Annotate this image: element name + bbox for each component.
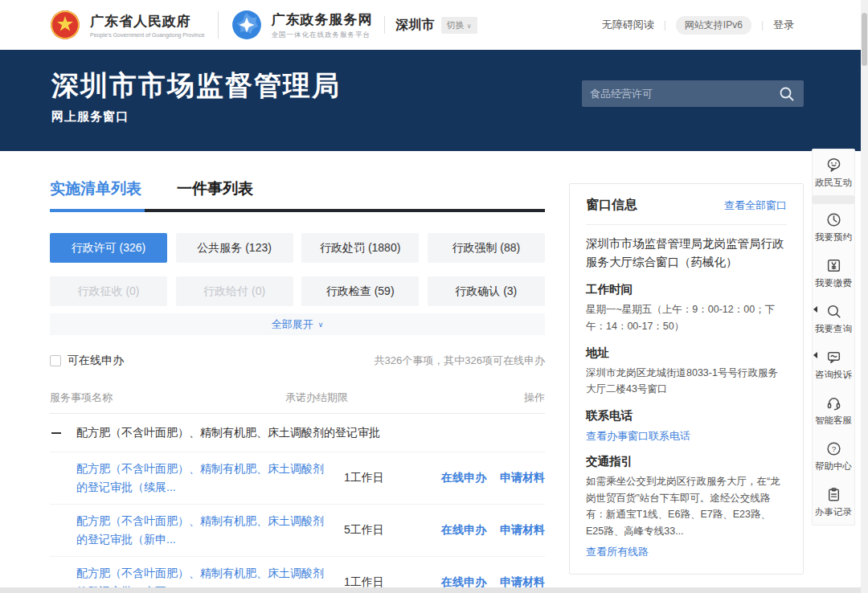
top-bar: 广东省人民政府 People's Government of Guangdong… <box>0 0 868 50</box>
toolbar-label: 政民互动 <box>815 177 852 189</box>
page-subtitle: 网上服务窗口 <box>51 109 804 125</box>
online-filter-row: 可在线申办 共326个事项，其中326项可在线申办 <box>50 354 545 368</box>
apply-online-link[interactable]: 在线申办 <box>441 471 486 485</box>
toolbar-item-smart-service[interactable]: 智能客服 <box>813 387 854 433</box>
left-arrow-marker-icon <box>813 352 817 358</box>
toolbar-label: 智能客服 <box>815 415 852 427</box>
city-switch-label: 切换 <box>447 20 465 30</box>
search-icon[interactable] <box>778 85 796 103</box>
service-logo[interactable]: 广东政务服务网 全国一体化在线政务服务平台 <box>231 10 373 40</box>
pinwheel-icon <box>231 10 262 40</box>
clock-icon <box>825 211 842 228</box>
page: 广东省人民政府 People's Government of Guangdong… <box>0 0 868 593</box>
expand-all-button[interactable]: 全部展开 ∨ <box>50 313 545 335</box>
service-name-link[interactable]: 配方肥（不含叶面肥）、精制有机肥、床土调酸剂的登记审批（新申... <box>76 512 329 549</box>
headset-icon <box>825 395 842 411</box>
category-filters: 行政许可 (326) 公共服务 (123) 行政处罚 (1880) 行政强制 (… <box>50 233 545 306</box>
gov-logo-subtitle: People's Government of Guangdong Provinc… <box>90 32 205 38</box>
sidebar-info: 窗口信息 查看全部窗口 深圳市市场监督管理局龙岗监管局行政服务大厅综合窗口（药械… <box>569 183 804 593</box>
address-label: 地址 <box>586 346 787 361</box>
pay-icon <box>825 257 842 274</box>
chevron-down-icon: ∨ <box>467 22 472 30</box>
view-all-windows-link[interactable]: 查看全部窗口 <box>724 198 787 213</box>
address-value: 深圳市龙岗区龙城街道8033-1号号行政服务大厅二楼43号窗口 <box>586 365 787 398</box>
phone-label: 联系电话 <box>586 408 787 423</box>
help-icon: ? <box>825 440 842 457</box>
toolbar-label: 办事记录 <box>815 506 852 518</box>
service-name-link[interactable]: 配方肥（不含叶面肥）、精制有机肥、床土调酸剂的登记审批（续展... <box>76 460 329 497</box>
service-logo-subtitle: 全国一体化在线政务服务平台 <box>272 31 373 40</box>
toolbar-item-payment[interactable]: 我要缴费 <box>813 250 854 296</box>
filter-xingzheng-jifu: 行政给付 (0) <box>176 276 293 306</box>
left-arrow-marker-icon <box>813 306 817 313</box>
gov-logo[interactable]: 广东省人民政府 People's Government of Guangdong… <box>50 10 205 40</box>
table-row: 配方肥（不含叶面肥）、精制有机肥、床土调酸剂的登记审批（续展... 1工作日 在… <box>50 452 545 505</box>
work-time-value: 星期一~星期五（上午：9：00-12：00；下午：14：00-17：50） <box>586 301 787 334</box>
divider: | <box>761 19 764 31</box>
online-apply-label: 可在线申办 <box>68 354 124 368</box>
filter-xingzheng-jiancha[interactable]: 行政检查 (59) <box>301 276 419 306</box>
login-link[interactable]: 登录 <box>773 18 794 32</box>
search-icon <box>825 303 842 320</box>
toolbar-label: 咨询投诉 <box>815 369 852 381</box>
office-name: 深圳市市场监督管理局龙岗监管局行政服务大厅综合窗口（药械化） <box>586 235 787 272</box>
ipv6-badge: 网站支持IPv6 <box>676 16 751 35</box>
expand-all-label: 全部展开 <box>272 317 313 332</box>
divider <box>812 196 855 203</box>
apply-online-link[interactable]: 在线申办 <box>441 523 486 538</box>
consult-bubble-icon <box>825 349 842 366</box>
col-service-name: 服务事项名称 <box>50 391 113 403</box>
toolbar-label: 帮助中心 <box>815 460 852 472</box>
filter-xingzheng-qiangzhi[interactable]: 行政强制 (88) <box>428 233 545 263</box>
service-deadline: 5工作日 <box>344 523 384 538</box>
application-materials-link[interactable]: 申请材料 <box>500 523 545 538</box>
accessibility-link[interactable]: 无障碍阅读 <box>602 18 654 32</box>
scrollbar-thumb[interactable] <box>862 13 867 66</box>
filter-xingzheng-zhengshou: 行政征收 (0) <box>50 276 167 306</box>
search-box <box>582 80 804 107</box>
toolbar-label: 我要缴费 <box>815 277 852 289</box>
page-scrollbar[interactable] <box>861 0 868 593</box>
divider <box>586 224 787 225</box>
toolbar-label: 我要查询 <box>815 323 852 335</box>
window-info-title: 窗口信息 <box>586 197 637 214</box>
filter-gonggong-fuwu[interactable]: 公共服务 (123) <box>176 233 293 263</box>
online-apply-checkbox[interactable] <box>50 355 61 366</box>
application-materials-link[interactable]: 申请材料 <box>500 471 545 485</box>
collapse-icon[interactable] <box>51 432 61 434</box>
banner: 深圳市市场监督管理局 网上服务窗口 <box>0 50 868 151</box>
view-phone-link[interactable]: 查看办事窗口联系电话 <box>586 429 787 444</box>
tab-implementation-list[interactable]: 实施清单列表 <box>50 178 141 199</box>
table-header: 服务事项名称 承诺办结期限 操作 <box>50 391 545 405</box>
window-info-card: 窗口信息 查看全部窗口 深圳市市场监督管理局龙岗监管局行政服务大厅综合窗口（药械… <box>569 183 804 575</box>
filter-xingzheng-xuke[interactable]: 行政许可 (326) <box>50 233 167 263</box>
toolbar-item-civic-interaction[interactable]: 政民互动 <box>813 149 854 195</box>
traffic-label: 交通指引 <box>586 454 787 469</box>
side-toolbar: 政民互动 我要预约 我要缴费 <box>812 149 855 526</box>
filter-xingzheng-chufa[interactable]: 行政处罚 (1880) <box>301 233 419 263</box>
national-emblem-icon <box>50 10 80 40</box>
tab-one-thing-list[interactable]: 一件事列表 <box>177 178 253 199</box>
toolbar-item-inquiry[interactable]: 我要查询 <box>813 296 854 341</box>
filter-xingzheng-queren[interactable]: 行政确认 (3) <box>428 276 545 306</box>
service-group-title: 配方肥（不含叶面肥）、精制有机肥、床土调酸剂的登记审批 <box>76 426 380 440</box>
toolbar-item-complaint[interactable]: 咨询投诉 <box>813 341 854 387</box>
col-action: 操作 <box>524 391 545 405</box>
search-input[interactable] <box>590 88 778 100</box>
toolbar-item-service-records[interactable]: 办事记录 <box>813 479 854 525</box>
service-deadline: 1工作日 <box>344 471 384 485</box>
viewport-bottom-edge <box>0 587 861 593</box>
list-tabs: 实施清单列表 一件事列表 <box>50 178 545 199</box>
city-switch-button[interactable]: 切换 ∨ <box>441 17 477 34</box>
toolbar-item-appointment[interactable]: 我要预约 <box>813 204 854 250</box>
city-name: 深圳市 <box>396 17 435 34</box>
gov-logo-title: 广东省人民政府 <box>90 12 205 31</box>
divider: | <box>664 19 666 31</box>
toolbar-item-help-center[interactable]: ? 帮助中心 <box>813 433 854 479</box>
svg-text:?: ? <box>831 444 836 453</box>
work-time-label: 工作时间 <box>586 282 787 297</box>
view-all-routes-link[interactable]: 查看所有线路 <box>586 545 787 559</box>
clipboard-icon <box>825 486 842 503</box>
items-count-summary: 共326个事项，其中326项可在线申办 <box>375 354 545 368</box>
divider <box>218 11 219 39</box>
